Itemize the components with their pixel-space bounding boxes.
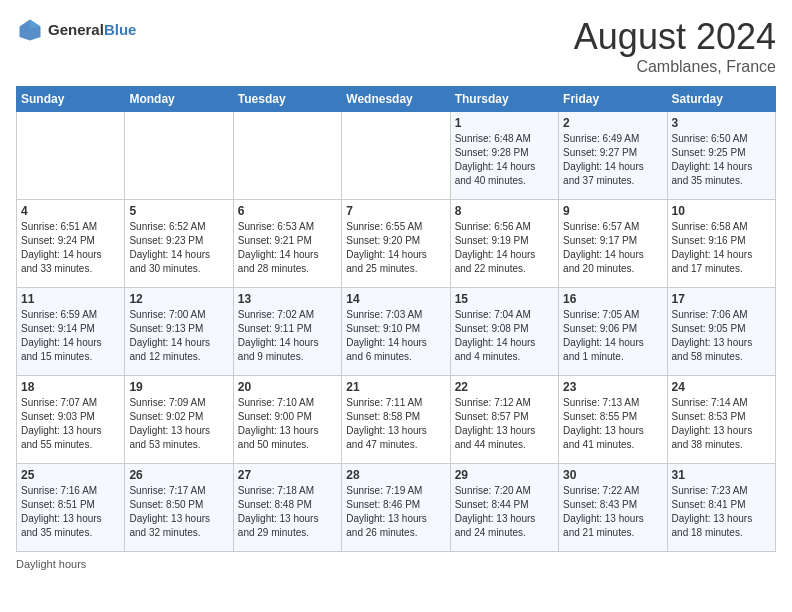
day-info: Sunrise: 7:20 AM Sunset: 8:44 PM Dayligh… bbox=[455, 484, 554, 540]
day-number: 24 bbox=[672, 380, 771, 394]
calendar-cell: 18Sunrise: 7:07 AM Sunset: 9:03 PM Dayli… bbox=[17, 376, 125, 464]
day-info: Sunrise: 7:02 AM Sunset: 9:11 PM Dayligh… bbox=[238, 308, 337, 364]
calendar-cell: 8Sunrise: 6:56 AM Sunset: 9:19 PM Daylig… bbox=[450, 200, 558, 288]
day-number: 5 bbox=[129, 204, 228, 218]
page-header: GeneralBlue August 2024 Camblanes, Franc… bbox=[16, 16, 776, 76]
calendar-cell: 26Sunrise: 7:17 AM Sunset: 8:50 PM Dayli… bbox=[125, 464, 233, 552]
calendar-cell: 2Sunrise: 6:49 AM Sunset: 9:27 PM Daylig… bbox=[559, 112, 667, 200]
calendar-cell: 10Sunrise: 6:58 AM Sunset: 9:16 PM Dayli… bbox=[667, 200, 775, 288]
day-info: Sunrise: 6:58 AM Sunset: 9:16 PM Dayligh… bbox=[672, 220, 771, 276]
calendar-week-3: 11Sunrise: 6:59 AM Sunset: 9:14 PM Dayli… bbox=[17, 288, 776, 376]
day-number: 27 bbox=[238, 468, 337, 482]
day-number: 21 bbox=[346, 380, 445, 394]
day-number: 2 bbox=[563, 116, 662, 130]
day-info: Sunrise: 7:03 AM Sunset: 9:10 PM Dayligh… bbox=[346, 308, 445, 364]
calendar-cell: 30Sunrise: 7:22 AM Sunset: 8:43 PM Dayli… bbox=[559, 464, 667, 552]
day-info: Sunrise: 6:56 AM Sunset: 9:19 PM Dayligh… bbox=[455, 220, 554, 276]
calendar-cell: 19Sunrise: 7:09 AM Sunset: 9:02 PM Dayli… bbox=[125, 376, 233, 464]
day-number: 29 bbox=[455, 468, 554, 482]
day-header-sunday: Sunday bbox=[17, 87, 125, 112]
calendar-cell: 9Sunrise: 6:57 AM Sunset: 9:17 PM Daylig… bbox=[559, 200, 667, 288]
day-info: Sunrise: 6:48 AM Sunset: 9:28 PM Dayligh… bbox=[455, 132, 554, 188]
logo-general: General bbox=[48, 21, 104, 38]
day-number: 14 bbox=[346, 292, 445, 306]
day-number: 9 bbox=[563, 204, 662, 218]
day-number: 20 bbox=[238, 380, 337, 394]
day-number: 11 bbox=[21, 292, 120, 306]
day-info: Sunrise: 7:06 AM Sunset: 9:05 PM Dayligh… bbox=[672, 308, 771, 364]
calendar-cell: 24Sunrise: 7:14 AM Sunset: 8:53 PM Dayli… bbox=[667, 376, 775, 464]
logo: GeneralBlue bbox=[16, 16, 136, 44]
calendar-cell: 22Sunrise: 7:12 AM Sunset: 8:57 PM Dayli… bbox=[450, 376, 558, 464]
day-number: 1 bbox=[455, 116, 554, 130]
day-info: Sunrise: 7:10 AM Sunset: 9:00 PM Dayligh… bbox=[238, 396, 337, 452]
day-header-friday: Friday bbox=[559, 87, 667, 112]
title-block: August 2024 Camblanes, France bbox=[574, 16, 776, 76]
calendar-cell: 15Sunrise: 7:04 AM Sunset: 9:08 PM Dayli… bbox=[450, 288, 558, 376]
calendar-cell bbox=[342, 112, 450, 200]
calendar-cell: 4Sunrise: 6:51 AM Sunset: 9:24 PM Daylig… bbox=[17, 200, 125, 288]
calendar-cell: 31Sunrise: 7:23 AM Sunset: 8:41 PM Dayli… bbox=[667, 464, 775, 552]
day-info: Sunrise: 7:19 AM Sunset: 8:46 PM Dayligh… bbox=[346, 484, 445, 540]
day-info: Sunrise: 7:07 AM Sunset: 9:03 PM Dayligh… bbox=[21, 396, 120, 452]
day-number: 23 bbox=[563, 380, 662, 394]
day-info: Sunrise: 6:52 AM Sunset: 9:23 PM Dayligh… bbox=[129, 220, 228, 276]
calendar-cell: 12Sunrise: 7:00 AM Sunset: 9:13 PM Dayli… bbox=[125, 288, 233, 376]
logo-text: GeneralBlue bbox=[48, 21, 136, 39]
calendar-cell: 1Sunrise: 6:48 AM Sunset: 9:28 PM Daylig… bbox=[450, 112, 558, 200]
day-info: Sunrise: 6:55 AM Sunset: 9:20 PM Dayligh… bbox=[346, 220, 445, 276]
calendar-cell bbox=[125, 112, 233, 200]
day-info: Sunrise: 7:17 AM Sunset: 8:50 PM Dayligh… bbox=[129, 484, 228, 540]
day-info: Sunrise: 7:04 AM Sunset: 9:08 PM Dayligh… bbox=[455, 308, 554, 364]
day-number: 8 bbox=[455, 204, 554, 218]
day-number: 7 bbox=[346, 204, 445, 218]
calendar-cell: 21Sunrise: 7:11 AM Sunset: 8:58 PM Dayli… bbox=[342, 376, 450, 464]
calendar-table: SundayMondayTuesdayWednesdayThursdayFrid… bbox=[16, 86, 776, 552]
day-header-saturday: Saturday bbox=[667, 87, 775, 112]
calendar-week-4: 18Sunrise: 7:07 AM Sunset: 9:03 PM Dayli… bbox=[17, 376, 776, 464]
day-number: 22 bbox=[455, 380, 554, 394]
calendar-week-2: 4Sunrise: 6:51 AM Sunset: 9:24 PM Daylig… bbox=[17, 200, 776, 288]
calendar-cell: 23Sunrise: 7:13 AM Sunset: 8:55 PM Dayli… bbox=[559, 376, 667, 464]
calendar-location: Camblanes, France bbox=[574, 58, 776, 76]
calendar-cell: 20Sunrise: 7:10 AM Sunset: 9:00 PM Dayli… bbox=[233, 376, 341, 464]
day-header-wednesday: Wednesday bbox=[342, 87, 450, 112]
calendar-cell: 28Sunrise: 7:19 AM Sunset: 8:46 PM Dayli… bbox=[342, 464, 450, 552]
calendar-cell: 25Sunrise: 7:16 AM Sunset: 8:51 PM Dayli… bbox=[17, 464, 125, 552]
day-info: Sunrise: 7:05 AM Sunset: 9:06 PM Dayligh… bbox=[563, 308, 662, 364]
calendar-cell: 16Sunrise: 7:05 AM Sunset: 9:06 PM Dayli… bbox=[559, 288, 667, 376]
calendar-cell bbox=[233, 112, 341, 200]
day-number: 12 bbox=[129, 292, 228, 306]
day-number: 30 bbox=[563, 468, 662, 482]
day-info: Sunrise: 6:57 AM Sunset: 9:17 PM Dayligh… bbox=[563, 220, 662, 276]
day-info: Sunrise: 7:11 AM Sunset: 8:58 PM Dayligh… bbox=[346, 396, 445, 452]
day-info: Sunrise: 7:16 AM Sunset: 8:51 PM Dayligh… bbox=[21, 484, 120, 540]
footer-note: Daylight hours bbox=[16, 558, 776, 570]
day-number: 19 bbox=[129, 380, 228, 394]
day-info: Sunrise: 6:50 AM Sunset: 9:25 PM Dayligh… bbox=[672, 132, 771, 188]
logo-blue: Blue bbox=[104, 21, 137, 38]
day-info: Sunrise: 6:59 AM Sunset: 9:14 PM Dayligh… bbox=[21, 308, 120, 364]
calendar-week-5: 25Sunrise: 7:16 AM Sunset: 8:51 PM Dayli… bbox=[17, 464, 776, 552]
calendar-cell: 11Sunrise: 6:59 AM Sunset: 9:14 PM Dayli… bbox=[17, 288, 125, 376]
day-info: Sunrise: 7:14 AM Sunset: 8:53 PM Dayligh… bbox=[672, 396, 771, 452]
day-number: 17 bbox=[672, 292, 771, 306]
day-number: 15 bbox=[455, 292, 554, 306]
day-header-monday: Monday bbox=[125, 87, 233, 112]
calendar-cell: 29Sunrise: 7:20 AM Sunset: 8:44 PM Dayli… bbox=[450, 464, 558, 552]
calendar-cell: 7Sunrise: 6:55 AM Sunset: 9:20 PM Daylig… bbox=[342, 200, 450, 288]
day-number: 6 bbox=[238, 204, 337, 218]
logo-icon bbox=[16, 16, 44, 44]
day-number: 18 bbox=[21, 380, 120, 394]
header-row: SundayMondayTuesdayWednesdayThursdayFrid… bbox=[17, 87, 776, 112]
day-info: Sunrise: 7:12 AM Sunset: 8:57 PM Dayligh… bbox=[455, 396, 554, 452]
calendar-cell: 14Sunrise: 7:03 AM Sunset: 9:10 PM Dayli… bbox=[342, 288, 450, 376]
day-number: 13 bbox=[238, 292, 337, 306]
calendar-cell: 13Sunrise: 7:02 AM Sunset: 9:11 PM Dayli… bbox=[233, 288, 341, 376]
day-number: 26 bbox=[129, 468, 228, 482]
calendar-cell: 27Sunrise: 7:18 AM Sunset: 8:48 PM Dayli… bbox=[233, 464, 341, 552]
day-number: 10 bbox=[672, 204, 771, 218]
day-info: Sunrise: 7:13 AM Sunset: 8:55 PM Dayligh… bbox=[563, 396, 662, 452]
day-number: 16 bbox=[563, 292, 662, 306]
day-info: Sunrise: 7:22 AM Sunset: 8:43 PM Dayligh… bbox=[563, 484, 662, 540]
